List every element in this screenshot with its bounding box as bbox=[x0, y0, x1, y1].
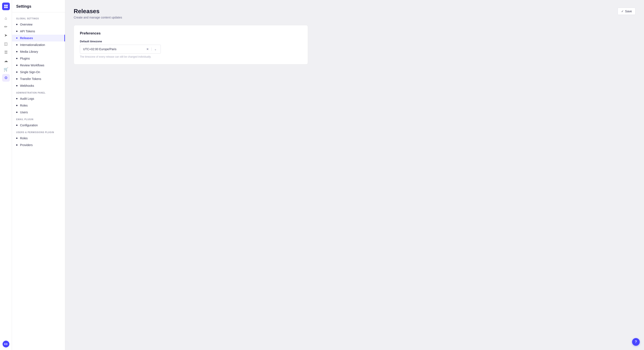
nav-bullet bbox=[16, 24, 18, 25]
page-subtitle: Create and manage content updates bbox=[74, 16, 122, 19]
nav-bullet bbox=[16, 44, 18, 45]
nav-item-single-sign-on[interactable]: Single Sign-On bbox=[12, 69, 65, 75]
nav-item-configuration[interactable]: Configuration bbox=[12, 122, 65, 129]
email-plugin-section-label: EMAIL PLUGIN bbox=[12, 116, 65, 122]
select-divider bbox=[152, 47, 152, 51]
nav-bullet bbox=[16, 98, 18, 99]
nav-bullet bbox=[16, 78, 18, 80]
icon-sidebar: ⌂ ✏ ➤ ◫ ☰ ☁ 🛒 ⚙ KD bbox=[0, 0, 12, 350]
checkmark-icon: ✓ bbox=[621, 9, 624, 13]
nav-bullet bbox=[16, 85, 18, 86]
svg-rect-0 bbox=[4, 5, 6, 6]
nav-bullet bbox=[16, 105, 18, 106]
svg-rect-2 bbox=[4, 6, 6, 8]
main-content: Releases Create and manage content updat… bbox=[65, 0, 644, 350]
nav-bullet bbox=[16, 51, 18, 52]
app-logo[interactable] bbox=[2, 2, 10, 10]
timezone-select-wrapper: UTC+02:00 Europe/Paris ✕ ⌄ bbox=[80, 45, 161, 54]
page-title: Releases bbox=[74, 8, 122, 15]
chevron-down-icon[interactable]: ⌄ bbox=[153, 47, 158, 51]
shop-nav-icon[interactable]: 🛒 bbox=[2, 65, 10, 73]
timezone-select-value: UTC+02:00 Europe/Paris bbox=[83, 47, 146, 51]
nav-item-plugins[interactable]: Plugins bbox=[12, 55, 65, 62]
nav-bullet bbox=[16, 112, 18, 113]
select-clear-icon[interactable]: ✕ bbox=[146, 47, 150, 51]
svg-rect-1 bbox=[6, 5, 8, 6]
nav-item-internationalization[interactable]: Internationalization bbox=[12, 41, 65, 48]
select-actions: ✕ ⌄ bbox=[146, 47, 158, 51]
timezone-hint: The timezone of every release can still … bbox=[80, 55, 302, 58]
timezone-label: Default timezone bbox=[80, 40, 302, 43]
nav-bullet bbox=[16, 125, 18, 126]
content-nav-icon[interactable]: ☰ bbox=[2, 48, 10, 56]
page-header: Releases Create and manage content updat… bbox=[74, 8, 636, 19]
users-permissions-section-label: USERS & PERMISSIONS PLUGIN bbox=[12, 129, 65, 135]
nav-item-transfer-tokens[interactable]: Transfer Tokens bbox=[12, 75, 65, 82]
nav-sidebar-title: Settings bbox=[12, 4, 65, 12]
nav-item-roles[interactable]: Roles bbox=[12, 102, 65, 109]
nav-item-providers[interactable]: Providers bbox=[12, 142, 65, 149]
nav-item-releases[interactable]: Releases bbox=[12, 35, 65, 41]
nav-bullet bbox=[16, 31, 18, 32]
nav-item-webhooks[interactable]: Webhooks bbox=[12, 82, 65, 89]
page-header-text: Releases Create and manage content updat… bbox=[74, 8, 122, 19]
nav-item-media-library[interactable]: Media Library bbox=[12, 48, 65, 55]
nav-item-users[interactable]: Users bbox=[12, 109, 65, 116]
nav-bullet bbox=[16, 65, 18, 66]
send-nav-icon[interactable]: ➤ bbox=[2, 31, 10, 39]
preferences-card: Preferences Default timezone UTC+02:00 E… bbox=[74, 25, 308, 64]
save-button[interactable]: ✓ Save bbox=[618, 8, 636, 15]
svg-rect-3 bbox=[6, 6, 8, 8]
timezone-select[interactable]: UTC+02:00 Europe/Paris ✕ ⌄ bbox=[80, 45, 161, 54]
help-button[interactable]: ? bbox=[632, 338, 640, 346]
settings-nav-icon[interactable]: ⚙ bbox=[2, 74, 10, 82]
card-title: Preferences bbox=[80, 31, 302, 35]
nav-item-audit-logs[interactable]: Audit Logs bbox=[12, 95, 65, 102]
pen-nav-icon[interactable]: ✏ bbox=[2, 23, 10, 31]
nav-item-api-tokens[interactable]: API Tokens bbox=[12, 28, 65, 35]
nav-bullet bbox=[16, 138, 18, 139]
nav-bullet bbox=[16, 37, 18, 39]
media-nav-icon[interactable]: ◫ bbox=[2, 40, 10, 48]
nav-item-overview[interactable]: Overview bbox=[12, 21, 65, 28]
home-nav-icon[interactable]: ⌂ bbox=[2, 14, 10, 22]
nav-item-permissions-roles[interactable]: Roles bbox=[12, 135, 65, 142]
global-settings-section-label: GLOBAL SETTINGS bbox=[12, 15, 65, 21]
cloud-nav-icon[interactable]: ☁ bbox=[2, 57, 10, 65]
nav-item-review-workflows[interactable]: Review Workflows bbox=[12, 62, 65, 69]
nav-sidebar: Settings GLOBAL SETTINGS Overview API To… bbox=[12, 0, 65, 350]
admin-panel-section-label: ADMINISTRATION PANEL bbox=[12, 89, 65, 95]
nav-bullet bbox=[16, 71, 18, 73]
nav-bullet bbox=[16, 58, 18, 59]
user-avatar[interactable]: KD bbox=[2, 341, 9, 348]
nav-bullet bbox=[16, 144, 18, 146]
